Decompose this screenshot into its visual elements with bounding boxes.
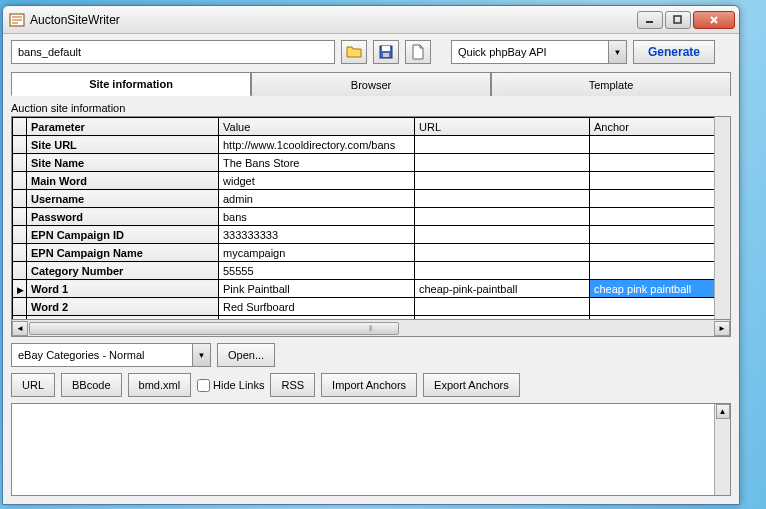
tab-site-information[interactable]: Site information — [11, 72, 251, 96]
cell-url[interactable] — [415, 226, 590, 244]
category-combo-value: eBay Categories - Normal — [18, 349, 145, 361]
cell-anchor[interactable]: cheap pink paintball — [590, 280, 732, 298]
col-url[interactable]: URL — [415, 118, 590, 136]
cell-value[interactable]: 333333333 — [219, 226, 415, 244]
table-row[interactable]: Usernameadmin — [13, 190, 732, 208]
scroll-up-icon[interactable]: ▲ — [716, 404, 730, 419]
cell-parameter[interactable]: Password — [27, 208, 219, 226]
cell-parameter[interactable]: EPN Campaign ID — [27, 226, 219, 244]
table-row[interactable]: Category Number55555 — [13, 262, 732, 280]
import-anchors-button[interactable]: Import Anchors — [321, 373, 417, 397]
table-row[interactable]: Site URLhttp://www.1cooldirectory.com/ba… — [13, 136, 732, 154]
toolbar: Quick phpBay API ▼ Generate — [3, 34, 739, 68]
scroll-grip-icon: ⦀ — [369, 323, 373, 334]
open-category-button[interactable]: Open... — [217, 343, 275, 367]
data-grid[interactable]: Parameter Value URL Anchor Cat. N Site U… — [11, 116, 731, 320]
app-window: AuctonSiteWriter Quick phpBay API ▼ Gene… — [2, 5, 740, 505]
category-combo[interactable]: eBay Categories - Normal ▼ — [11, 343, 211, 367]
table-row[interactable]: Site NameThe Bans Store — [13, 154, 732, 172]
cell-value[interactable]: 55555 — [219, 262, 415, 280]
grid-horizontal-scrollbar[interactable]: ◄ ⦀ ► — [11, 320, 731, 337]
cell-anchor[interactable] — [590, 226, 732, 244]
cell-url[interactable] — [415, 298, 590, 316]
profile-name-input[interactable] — [11, 40, 335, 64]
cell-parameter[interactable]: Site URL — [27, 136, 219, 154]
cell-url[interactable] — [415, 172, 590, 190]
cell-value[interactable]: The Bans Store — [219, 154, 415, 172]
save-button[interactable] — [373, 40, 399, 64]
tab-browser[interactable]: Browser — [251, 72, 491, 96]
table-row[interactable]: Passwordbans — [13, 208, 732, 226]
cell-anchor[interactable] — [590, 154, 732, 172]
cell-value[interactable]: Pink Paintball — [219, 280, 415, 298]
cell-anchor[interactable] — [590, 298, 732, 316]
scroll-left-icon[interactable]: ◄ — [12, 321, 28, 336]
grid-vertical-scrollbar[interactable] — [714, 117, 730, 319]
cell-parameter[interactable]: EPN Campaign Name — [27, 244, 219, 262]
cell-anchor[interactable] — [590, 136, 732, 154]
cell-anchor[interactable] — [590, 244, 732, 262]
cell-value[interactable]: http://www.1cooldirectory.com/bans — [219, 136, 415, 154]
api-select[interactable]: Quick phpBay API ▼ — [451, 40, 627, 64]
chevron-down-icon: ▼ — [192, 344, 210, 366]
cell-value[interactable]: mycampaign — [219, 244, 415, 262]
cell-parameter[interactable]: Site Name — [27, 154, 219, 172]
cell-url[interactable]: cheap-pink-paintball — [415, 280, 590, 298]
table-row[interactable]: EPN Campaign Namemycampaign — [13, 244, 732, 262]
cell-url[interactable] — [415, 262, 590, 280]
output-textarea[interactable]: ▲ — [11, 403, 731, 496]
cell-value[interactable]: Red Surfboard — [219, 298, 415, 316]
table-row[interactable]: Main Wordwidget — [13, 172, 732, 190]
new-button[interactable] — [405, 40, 431, 64]
cell-parameter[interactable]: Username — [27, 190, 219, 208]
cell-anchor[interactable] — [590, 172, 732, 190]
titlebar[interactable]: AuctonSiteWriter — [3, 6, 739, 34]
col-parameter[interactable]: Parameter — [27, 118, 219, 136]
cell-anchor[interactable] — [590, 208, 732, 226]
close-button[interactable] — [693, 11, 735, 29]
hide-links-checkbox[interactable]: Hide Links — [197, 379, 264, 392]
cell-url[interactable] — [415, 208, 590, 226]
rss-button[interactable]: RSS — [270, 373, 315, 397]
row-indicator — [13, 244, 27, 262]
action-row: URL BBcode bmd.xml Hide Links RSS Import… — [3, 373, 739, 403]
row-header-corner — [13, 118, 27, 136]
cell-anchor[interactable] — [590, 262, 732, 280]
cell-url[interactable] — [415, 244, 590, 262]
cell-parameter[interactable]: Word 1 — [27, 280, 219, 298]
cell-url[interactable] — [415, 136, 590, 154]
cell-value[interactable]: bans — [219, 208, 415, 226]
cell-url[interactable] — [415, 154, 590, 172]
bbcode-button[interactable]: BBcode — [61, 373, 122, 397]
table-row[interactable]: Word 2Red Surfboard4444 — [13, 298, 732, 316]
maximize-button[interactable] — [665, 11, 691, 29]
generate-button[interactable]: Generate — [633, 40, 715, 64]
bmd-button[interactable]: bmd.xml — [128, 373, 192, 397]
window-title: AuctonSiteWriter — [30, 13, 637, 27]
open-file-button[interactable] — [341, 40, 367, 64]
svg-rect-4 — [382, 46, 390, 51]
col-value[interactable]: Value — [219, 118, 415, 136]
cell-parameter[interactable]: Main Word — [27, 172, 219, 190]
minimize-button[interactable] — [637, 11, 663, 29]
scroll-right-icon[interactable]: ► — [714, 321, 730, 336]
table-row[interactable]: EPN Campaign ID333333333 — [13, 226, 732, 244]
cell-anchor[interactable] — [590, 190, 732, 208]
category-row: eBay Categories - Normal ▼ Open... — [3, 337, 739, 373]
cell-parameter[interactable]: Category Number — [27, 262, 219, 280]
table-row[interactable]: ▶Word 1Pink Paintballcheap-pink-paintbal… — [13, 280, 732, 298]
cell-url[interactable] — [415, 190, 590, 208]
api-select-value: Quick phpBay API — [458, 46, 547, 58]
hide-links-input[interactable] — [197, 379, 210, 392]
output-vertical-scrollbar[interactable]: ▲ — [714, 404, 730, 495]
cell-value[interactable]: admin — [219, 190, 415, 208]
export-anchors-button[interactable]: Export Anchors — [423, 373, 520, 397]
scroll-thumb[interactable] — [29, 322, 399, 335]
url-button[interactable]: URL — [11, 373, 55, 397]
tab-template[interactable]: Template — [491, 72, 731, 96]
cell-parameter[interactable]: Word 2 — [27, 298, 219, 316]
row-indicator — [13, 154, 27, 172]
row-indicator — [13, 136, 27, 154]
cell-value[interactable]: widget — [219, 172, 415, 190]
col-anchor[interactable]: Anchor — [590, 118, 732, 136]
